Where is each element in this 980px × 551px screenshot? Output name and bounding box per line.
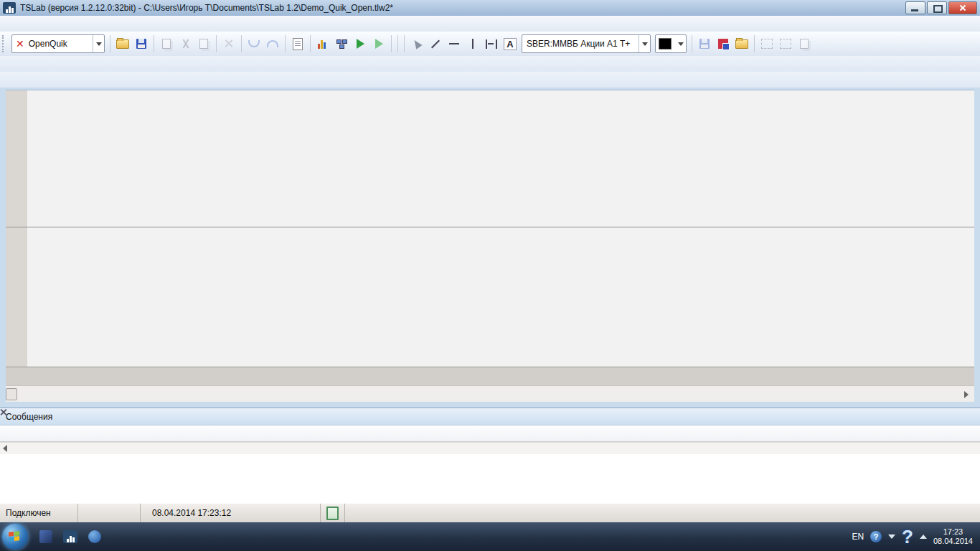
time-axis[interactable] [6, 367, 974, 385]
export-icon [718, 39, 728, 49]
quicklaunch-q-button[interactable] [85, 527, 104, 546]
provider-label: OpenQuik [24, 39, 72, 49]
delete-button[interactable] [220, 35, 237, 52]
select-all-button[interactable] [758, 35, 776, 52]
workspace-tab-bar [0, 56, 980, 72]
status-datetime: 08.04.2014 17:23:12 [141, 504, 287, 522]
chart-button[interactable] [314, 35, 331, 52]
quicklaunch-chart-button[interactable] [61, 527, 80, 546]
messages-column-header [0, 425, 980, 442]
color-combo[interactable] [655, 34, 687, 53]
select-region-button[interactable] [777, 35, 794, 52]
chart-scrollbar-thumb[interactable] [6, 388, 17, 400]
chart-scrollbar[interactable] [6, 385, 974, 402]
script-properties-icon [293, 38, 303, 50]
selection-region-icon [780, 39, 791, 49]
save-layout-button[interactable] [696, 35, 713, 52]
redo-button[interactable] [264, 35, 281, 52]
windows-taskbar: EN ? ? 17:23 08.04.2014 [0, 522, 980, 551]
quicklaunch-app-button[interactable] [37, 527, 55, 546]
provider-dropdown-arrow[interactable] [93, 35, 104, 52]
openquik-icon: ✕ [16, 38, 24, 50]
toolbar-grip[interactable] [2, 35, 7, 52]
connection-status: Подключен [0, 504, 78, 522]
color-dropdown-arrow[interactable] [675, 35, 686, 52]
tray-expand-icon[interactable] [888, 534, 895, 539]
trend-line-tool-button[interactable] [427, 35, 444, 52]
price-axis-gutter[interactable] [6, 90, 27, 367]
copy-image-button[interactable] [796, 35, 813, 52]
screen: TSLab (версия 1.2.12.0:32bit) - C:\Users… [0, 0, 980, 551]
tray-help-icon[interactable]: ? [870, 531, 882, 542]
paste-button[interactable] [195, 35, 212, 52]
messages-title: Сообщения [0, 412, 52, 422]
window-titlebar: TSLab (версия 1.2.12.0:32bit) - C:\Users… [0, 0, 980, 17]
minimize-button[interactable] [905, 1, 925, 14]
tray-date: 08.04.2014 [933, 537, 973, 546]
messages-hscrollbar[interactable] [0, 442, 980, 454]
toolbar: ✕ OpenQuik A SBER:ММВБ [0, 32, 980, 57]
messages-scroll-left-arrow[interactable] [3, 445, 7, 452]
pointer-tool-button[interactable] [408, 35, 425, 52]
chart-window[interactable] [0, 88, 980, 403]
chart-icon [318, 39, 329, 49]
channel-tool-button[interactable] [483, 35, 500, 52]
color-swatch [659, 38, 672, 50]
copy-image-icon [800, 39, 809, 49]
play-icon [357, 39, 364, 49]
undo-button[interactable] [245, 35, 263, 52]
instrument-label: SBER:ММВБ Акции A1 T+ [522, 39, 634, 49]
copy-button[interactable] [158, 35, 175, 52]
undo-icon [248, 40, 260, 47]
messages-header: Сообщения [0, 408, 980, 425]
language-indicator[interactable]: EN [852, 532, 864, 542]
horizontal-line-icon [449, 43, 459, 44]
schema-button[interactable] [333, 35, 350, 52]
instrument-combo[interactable]: SBER:ММВБ Акции A1 T+ [522, 34, 651, 53]
diagonal-line-icon [431, 39, 440, 48]
copy-icon [162, 39, 171, 49]
cursor-icon [411, 38, 422, 50]
chart-plot-area[interactable] [27, 90, 974, 367]
instrument-dropdown-arrow[interactable] [639, 35, 650, 52]
hline-tool-button[interactable] [446, 35, 463, 52]
quicklaunch-app-icon [39, 530, 52, 543]
messages-panel: Сообщения [0, 408, 980, 504]
save-layout-icon [699, 39, 710, 49]
text-tool-button[interactable]: A [501, 35, 519, 52]
text-tool-icon: A [504, 38, 516, 50]
quicklaunch-chart-icon [63, 530, 77, 543]
status-grid-button[interactable] [321, 504, 345, 522]
open-folder-icon [116, 39, 129, 49]
chart-scrollbar-right-arrow[interactable] [964, 391, 969, 398]
start-button[interactable] [2, 524, 28, 550]
play-outline-icon [375, 39, 383, 49]
paste-icon [199, 39, 208, 49]
document-tab-bar [0, 72, 980, 88]
pane-divider[interactable] [6, 227, 974, 227]
export-button[interactable] [715, 35, 732, 52]
vline-tool-button[interactable] [464, 35, 481, 52]
close-button[interactable] [948, 1, 977, 14]
open-file-button[interactable] [114, 35, 131, 52]
save-button[interactable] [133, 35, 150, 52]
channel-icon [486, 39, 497, 49]
menu-bar [0, 16, 980, 32]
schema-icon [336, 39, 347, 49]
status-bar: Подключен 08.04.2014 17:23:12 [0, 504, 980, 522]
maximize-button[interactable] [927, 1, 947, 14]
tray-time: 17:23 [933, 527, 973, 537]
run-step-button[interactable] [370, 35, 387, 52]
vertical-line-icon [472, 39, 473, 49]
show-desktop-caret-icon[interactable] [920, 534, 927, 539]
system-tray: EN ? ? 17:23 08.04.2014 [852, 526, 980, 548]
open-layout-button[interactable] [733, 35, 750, 52]
properties-button[interactable] [289, 35, 306, 52]
open-layout-icon [735, 39, 748, 49]
tray-clock[interactable]: 17:23 08.04.2014 [933, 527, 973, 546]
provider-combo[interactable]: ✕ OpenQuik [11, 34, 105, 53]
tray-question-icon[interactable]: ? [902, 526, 913, 548]
run-button[interactable] [352, 35, 369, 52]
cut-button[interactable] [176, 35, 194, 52]
save-icon [136, 39, 146, 49]
